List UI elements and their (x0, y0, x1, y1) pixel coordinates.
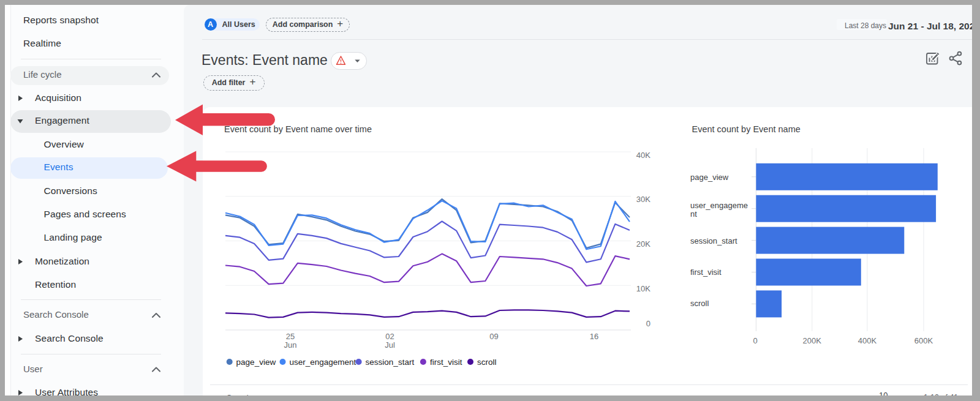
svg-text:session_start: session_start (366, 358, 415, 367)
svg-text:600K: 600K (914, 336, 933, 345)
svg-text:user_engagement: user_engagement (290, 358, 356, 367)
svg-text:user_engageme: user_engageme (690, 201, 748, 210)
svg-text:first_visit: first_visit (430, 358, 462, 367)
svg-text:25: 25 (286, 332, 295, 341)
svg-text:0: 0 (753, 336, 757, 345)
svg-text:30K: 30K (636, 195, 650, 204)
svg-text:200K: 200K (803, 336, 822, 345)
svg-text:10K: 10K (636, 284, 650, 293)
svg-text:400K: 400K (858, 336, 877, 345)
svg-text:09: 09 (489, 332, 498, 341)
svg-text:Jul: Jul (385, 340, 395, 350)
svg-text:16: 16 (590, 332, 598, 341)
svg-text:0: 0 (646, 319, 650, 328)
svg-text:page_view: page_view (690, 173, 729, 182)
svg-text:02: 02 (385, 332, 394, 341)
svg-text:20K: 20K (636, 239, 650, 249)
svg-text:Jun: Jun (284, 340, 297, 350)
svg-text:40K: 40K (636, 151, 650, 160)
svg-text:page_view: page_view (236, 358, 276, 367)
svg-text:scroll: scroll (477, 358, 497, 367)
svg-text:first_visit: first_visit (690, 268, 722, 277)
svg-text:scroll: scroll (690, 299, 709, 308)
svg-text:nt: nt (690, 209, 697, 219)
svg-text:session_start: session_start (690, 236, 737, 245)
